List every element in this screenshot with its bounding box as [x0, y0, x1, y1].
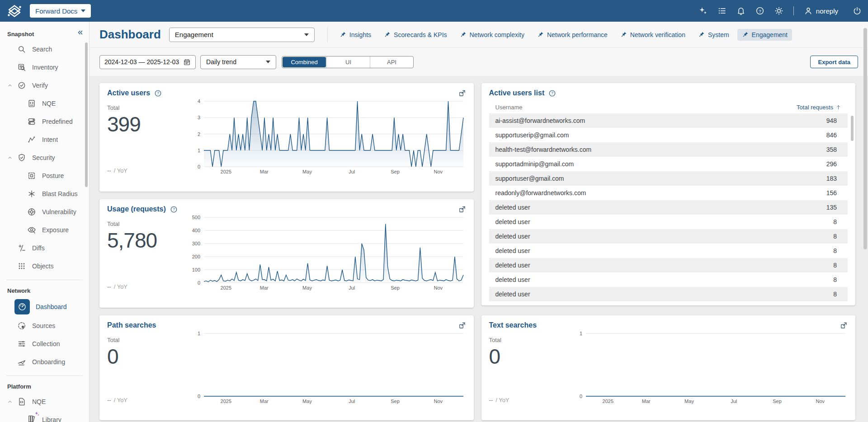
trend-select[interactable]: Daily trend [200, 55, 276, 69]
table-row[interactable]: readonly@forwardnetworks.com 156 [489, 186, 848, 200]
sidebar-item-onboarding[interactable]: Onboarding [0, 353, 89, 371]
sidebar-item-sources[interactable]: Sources [0, 317, 89, 335]
pin-icon[interactable] [340, 31, 346, 38]
table-scrollbar[interactable] [851, 116, 854, 141]
sidebar-item-intent[interactable]: Intent [0, 131, 89, 149]
chevron-up-icon[interactable] [7, 399, 13, 405]
active-users-chart: 432102025MarMayJulSepNov [188, 98, 466, 176]
date-range-picker[interactable]: 2024-12-03 — 2025-12-03 [99, 55, 196, 69]
username-cell: deleted user [495, 204, 530, 211]
table-row[interactable]: deleted user 8 [489, 229, 848, 244]
sidebar-item-security[interactable]: Security [0, 149, 89, 167]
help-icon[interactable] [755, 6, 764, 15]
pin-icon[interactable] [620, 31, 627, 38]
svg-text:1: 1 [579, 331, 582, 336]
tab-insights[interactable]: Insights [335, 29, 376, 41]
chevron-up-icon[interactable] [7, 155, 13, 161]
sidebar-item-nqe[interactable]: NQE [0, 94, 89, 113]
help-icon[interactable] [154, 89, 162, 97]
expand-card-icon[interactable] [458, 205, 466, 213]
tab-scorecards-kpis[interactable]: Scorecards & KPIs [379, 29, 452, 41]
username-cell: ai-assist@forwardnetworks.com [495, 117, 585, 124]
sidebar-item-objects[interactable]: Objects [0, 257, 89, 275]
help-icon[interactable] [170, 206, 178, 213]
sort-ascending-icon[interactable] [835, 104, 841, 110]
username-cell: readonly@forwardnetworks.com [495, 189, 586, 197]
inventory-icon [17, 63, 26, 72]
sidebar-item-verify[interactable]: Verify [0, 76, 89, 94]
sidebar-collapse-icon[interactable]: « [78, 27, 83, 36]
requests-cell: 183 [826, 175, 837, 182]
notifications-bell-icon[interactable] [736, 6, 745, 15]
sidebar-item-diffs[interactable]: Diffs [0, 239, 89, 257]
table-row[interactable]: supportadminip@gmail.com 296 [489, 157, 848, 171]
column-header-username[interactable]: Username [495, 104, 523, 111]
yoy-label: / YoY [495, 397, 509, 403]
tab-system[interactable]: System [693, 29, 734, 41]
pin-icon[interactable] [537, 31, 544, 38]
check-circle-icon [17, 81, 26, 90]
sidebar-item-dashboard[interactable]: Dashboard [0, 297, 89, 317]
pin-icon[interactable] [742, 31, 749, 38]
scope-option-combined[interactable]: Combined [283, 57, 326, 67]
table-row[interactable]: deleted user 8 [489, 244, 848, 258]
sidebar-item-posture[interactable]: Posture [0, 167, 89, 185]
table-row[interactable]: deleted user 8 [489, 287, 848, 301]
sidebar-item-blast-radius[interactable]: Blast Radius [0, 185, 89, 203]
pin-icon[interactable] [698, 31, 705, 38]
tab-engagement[interactable]: Engagement [737, 29, 792, 41]
code-file-icon [17, 397, 26, 406]
column-header-total-requests[interactable]: Total requests [797, 104, 841, 111]
tab-network-performance[interactable]: Network performance [533, 29, 612, 41]
tab-network-complexity[interactable]: Network complexity [455, 29, 529, 41]
tab-network-verification[interactable]: Network verification [616, 29, 690, 41]
total-label: Total [107, 104, 188, 111]
caret-down-icon [304, 33, 309, 36]
sidebar-item-exposure[interactable]: Exposure [0, 221, 89, 239]
card-stats: Total 5,780 --/ YoY [107, 214, 188, 292]
sidebar-item-predefined[interactable]: Predefined [0, 113, 89, 131]
chevron-up-icon[interactable] [7, 82, 13, 89]
card-title: Active users [107, 89, 150, 97]
product-menu-button[interactable]: Forward Docs [30, 4, 91, 18]
username-cell: supportuser@gmail.com [495, 175, 564, 182]
sidebar-item-search[interactable]: Search [0, 40, 89, 58]
card-title: Active users list [489, 89, 545, 97]
dashboard-select[interactable]: Engagement [169, 28, 315, 42]
eye-search-icon [27, 225, 36, 234]
task-list-icon[interactable] [717, 6, 726, 15]
sidebar-item-inventory[interactable]: Inventory [0, 58, 89, 76]
scope-option-ui[interactable]: UI [326, 56, 370, 68]
pin-icon[interactable] [460, 31, 467, 38]
sidebar-item-library[interactable]: Library [0, 411, 89, 422]
expand-card-icon[interactable] [840, 321, 848, 329]
svg-text:2025: 2025 [221, 399, 231, 404]
expand-card-icon[interactable] [458, 321, 466, 329]
export-data-button[interactable]: Export data [810, 56, 858, 68]
table-row[interactable]: deleted user 8 [489, 272, 848, 287]
requests-cell: 8 [833, 262, 837, 269]
scope-option-api[interactable]: API [370, 56, 413, 68]
table-row[interactable]: deleted user 8 [489, 258, 848, 272]
svg-text:May: May [302, 399, 312, 404]
sidebar-item-nqe-platform[interactable]: NQE [0, 393, 89, 411]
table-row[interactable]: ai-assist@forwardnetworks.com 948 [489, 113, 848, 128]
svg-text:Sep: Sep [391, 399, 400, 404]
ai-sparkles-icon[interactable] [698, 6, 708, 15]
display-settings-icon[interactable] [774, 6, 783, 15]
trend-select-value: Daily trend [206, 58, 236, 66]
pin-icon[interactable] [384, 31, 391, 38]
power-logout-icon[interactable] [853, 6, 862, 15]
table-row[interactable]: supportuser@gmail.com 183 [489, 171, 848, 186]
sidebar-item-collection[interactable]: Collection [0, 335, 89, 353]
sidebar-item-vulnerability[interactable]: Vulnerability [0, 203, 89, 221]
account-menu[interactable]: noreply [804, 6, 838, 15]
table-row[interactable]: deleted user 8 [489, 215, 848, 229]
table-row[interactable]: health-test@forwardnetworks.com 358 [489, 142, 848, 157]
table-row[interactable]: supportuserip@gmail.com 846 [489, 128, 848, 142]
help-icon[interactable] [548, 89, 556, 97]
expand-card-icon[interactable] [458, 89, 466, 97]
main-scrollbar[interactable] [863, 28, 867, 249]
table-row[interactable]: deleted user 135 [489, 200, 848, 215]
svg-text:2025: 2025 [221, 285, 231, 291]
